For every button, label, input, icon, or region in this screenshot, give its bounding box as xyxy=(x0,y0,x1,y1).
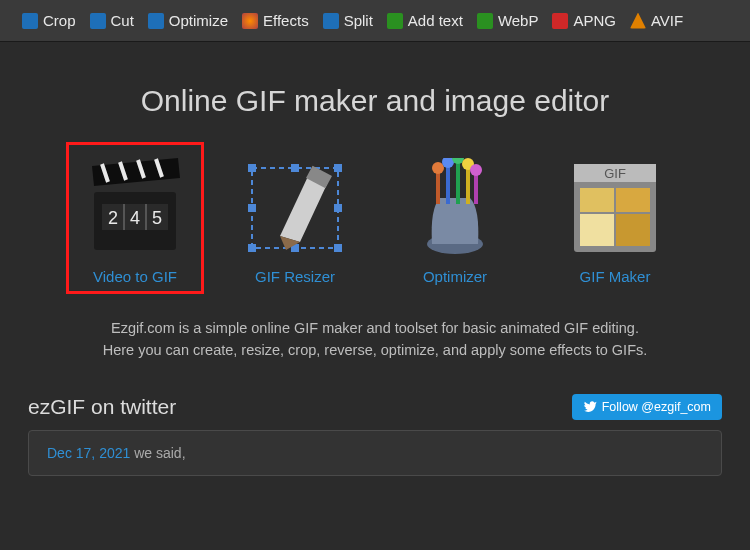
tool-apng[interactable]: APNG xyxy=(552,12,616,29)
svg-text:GIF: GIF xyxy=(604,166,626,181)
tool-label: Effects xyxy=(263,12,309,29)
svg-rect-14 xyxy=(334,164,342,172)
tile-label: Optimizer xyxy=(390,268,520,285)
tool-split[interactable]: Split xyxy=(323,12,373,29)
svg-rect-40 xyxy=(580,214,614,246)
tool-label: WebP xyxy=(498,12,539,29)
crop-icon xyxy=(22,13,38,29)
avif-icon xyxy=(630,13,646,29)
description-line-2: Here you can create, resize, crop, rever… xyxy=(60,339,690,361)
add-text-icon xyxy=(387,13,403,29)
tweet-date: Dec 17, 2021 xyxy=(47,445,130,461)
tool-label: Optimize xyxy=(169,12,228,29)
twitter-heading: ezGIF on twitter xyxy=(28,395,176,419)
tool-label: Add text xyxy=(408,12,463,29)
tool-optimize[interactable]: Optimize xyxy=(148,12,228,29)
gif-maker-icon: GIF xyxy=(560,158,670,258)
split-icon xyxy=(323,13,339,29)
tool-avif[interactable]: AVIF xyxy=(630,12,683,29)
svg-rect-19 xyxy=(248,204,256,212)
svg-rect-28 xyxy=(466,166,470,204)
svg-point-34 xyxy=(470,164,482,176)
toolbar: Crop Cut Optimize Effects Split Add text… xyxy=(0,0,750,42)
tool-add-text[interactable]: Add text xyxy=(387,12,463,29)
svg-text:4: 4 xyxy=(130,208,140,228)
svg-rect-41 xyxy=(616,214,650,246)
twitter-section-header: ezGIF on twitter Follow @ezgif_com xyxy=(0,362,750,430)
tile-label: GIF Resizer xyxy=(230,268,360,285)
svg-point-30 xyxy=(432,162,444,174)
tile-optimizer[interactable]: Optimizer xyxy=(390,158,520,285)
tool-label: Cut xyxy=(111,12,134,29)
tool-label: Crop xyxy=(43,12,76,29)
optimize-icon xyxy=(148,13,164,29)
clapperboard-icon: 2 4 5 xyxy=(80,158,190,258)
svg-rect-29 xyxy=(474,172,478,204)
page-title: Online GIF maker and image editor xyxy=(0,84,750,118)
hero: Online GIF maker and image editor xyxy=(0,42,750,128)
site-description: Ezgif.com is a simple online GIF maker a… xyxy=(0,303,750,362)
svg-text:5: 5 xyxy=(152,208,162,228)
svg-rect-20 xyxy=(334,204,342,212)
svg-text:2: 2 xyxy=(108,208,118,228)
apng-icon xyxy=(552,13,568,29)
svg-rect-25 xyxy=(436,170,440,204)
svg-rect-39 xyxy=(616,188,650,212)
tile-label: GIF Maker xyxy=(550,268,680,285)
webp-icon xyxy=(477,13,493,29)
tool-webp[interactable]: WebP xyxy=(477,12,539,29)
cut-icon xyxy=(90,13,106,29)
svg-rect-13 xyxy=(248,164,256,172)
tile-label: Video to GIF xyxy=(70,268,200,285)
tile-gif-maker[interactable]: GIF GIF Maker xyxy=(550,158,680,285)
tool-label: AVIF xyxy=(651,12,683,29)
tile-video-to-gif[interactable]: 2 4 5 Video to GIF xyxy=(70,158,200,285)
tweet-prefix: we said, xyxy=(130,445,185,461)
effects-icon xyxy=(242,13,258,29)
description-line-1: Ezgif.com is a simple online GIF maker a… xyxy=(60,317,690,339)
svg-rect-38 xyxy=(580,188,614,212)
tool-label: APNG xyxy=(573,12,616,29)
resizer-icon xyxy=(240,158,350,258)
follow-label: Follow @ezgif_com xyxy=(602,400,711,414)
tile-gif-resizer[interactable]: GIF Resizer xyxy=(230,158,360,285)
svg-rect-27 xyxy=(456,160,460,204)
follow-button[interactable]: Follow @ezgif_com xyxy=(572,394,722,420)
tool-label: Split xyxy=(344,12,373,29)
optimizer-icon xyxy=(400,158,510,258)
tweet-card[interactable]: Dec 17, 2021 we said, xyxy=(28,430,722,476)
tool-crop[interactable]: Crop xyxy=(22,12,76,29)
svg-rect-17 xyxy=(291,164,299,172)
svg-rect-26 xyxy=(446,164,450,204)
svg-rect-16 xyxy=(334,244,342,252)
tool-cut[interactable]: Cut xyxy=(90,12,134,29)
twitter-icon xyxy=(583,400,597,414)
tool-tiles: 2 4 5 Video to GIF GIF Re xyxy=(0,128,750,303)
svg-rect-15 xyxy=(248,244,256,252)
tool-effects[interactable]: Effects xyxy=(242,12,309,29)
